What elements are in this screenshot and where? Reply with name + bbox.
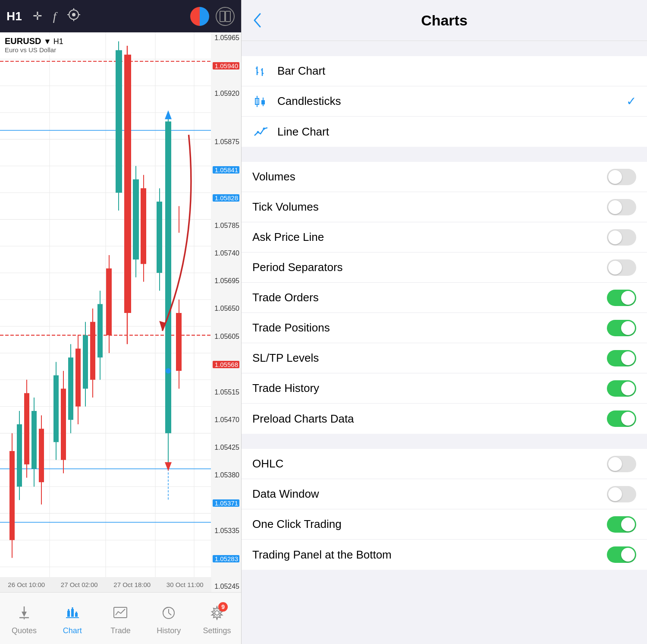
svg-rect-38	[9, 451, 15, 540]
nav-chart[interactable]: Chart	[48, 601, 97, 635]
svg-rect-7	[226, 11, 230, 22]
crosshair-tool[interactable]: ✛	[33, 9, 42, 23]
sep-3	[242, 434, 647, 449]
price-buylimit0: 1.05283	[213, 555, 239, 562]
toggle-tick-volumes[interactable]: Tick Volumes	[242, 192, 647, 222]
right-panel-header: Charts	[242, 0, 647, 41]
toggle-ask-price-line[interactable]: Ask Price Line	[242, 222, 647, 253]
time-label-3: 27 Oct 18:00	[113, 581, 151, 588]
price-1.05245: 1.05245	[213, 583, 239, 590]
svg-rect-50	[61, 388, 66, 460]
toggle-trading-panel[interactable]: Trading Panel at the Bottom	[242, 540, 647, 570]
charts-settings-panel: Charts Bar Chart	[242, 0, 647, 644]
sl-tp-toggle[interactable]	[607, 350, 636, 366]
svg-rect-68	[141, 188, 146, 264]
one-click-toggle[interactable]	[607, 516, 636, 533]
data-window-label: Data Window	[252, 487, 607, 501]
sep-1	[242, 41, 647, 56]
ask-price-label: Ask Price Line	[252, 230, 607, 244]
toggle-data-window[interactable]: Data Window	[242, 479, 647, 509]
tick-volumes-toggle[interactable]	[607, 199, 636, 215]
toggle-trade-history[interactable]: Trade History	[242, 373, 647, 404]
market-watch-icon[interactable]	[190, 7, 209, 26]
bar-chart-label: Bar Chart	[277, 64, 636, 78]
chart-types-group: Bar Chart Candlesticks ✓	[242, 56, 647, 147]
back-button[interactable]	[252, 12, 262, 28]
chart-type-bar[interactable]: Bar Chart	[242, 56, 647, 86]
trade-history-toggle[interactable]	[607, 380, 636, 397]
trade-label: Trade	[110, 626, 130, 635]
trade-orders-toggle[interactable]	[607, 290, 636, 306]
preload-toggle[interactable]	[607, 410, 636, 427]
ohlc-toggle[interactable]	[607, 456, 636, 472]
instrument-pair: EURUSD ▼ H1	[5, 36, 63, 46]
volumes-toggle[interactable]	[607, 169, 636, 185]
svg-rect-48	[53, 376, 59, 442]
toggle-sl-tp[interactable]: SL/TP Levels	[242, 343, 647, 373]
toggle-period-separators[interactable]: Period Separators	[242, 253, 647, 283]
preload-label: Preload Charts Data	[252, 412, 607, 426]
bottom-nav: Quotes Chart	[0, 592, 241, 644]
chart-header: H1 ✛ f	[0, 0, 241, 32]
price-1.05380: 1.05380	[213, 472, 239, 479]
svg-rect-73	[165, 121, 171, 433]
instrument-info: EURUSD ▼ H1 Euro vs US Dollar	[2, 35, 66, 55]
price-1.05650: 1.05650	[213, 305, 239, 312]
toggle-volumes[interactable]: Volumes	[242, 162, 647, 192]
svg-line-97	[169, 613, 171, 615]
trade-history-label: Trade History	[252, 382, 607, 395]
svg-rect-52	[68, 357, 73, 420]
object-tool[interactable]	[67, 8, 80, 24]
svg-point-98	[215, 611, 219, 615]
svg-rect-62	[116, 50, 122, 193]
toggle-one-click-trading[interactable]: One Click Trading	[242, 509, 647, 540]
toggle-trade-positions[interactable]: Trade Positions	[242, 313, 647, 343]
trade-positions-toggle[interactable]	[607, 320, 636, 336]
svg-point-78	[166, 368, 171, 373]
price-1.05740: 1.05740	[213, 250, 239, 257]
chart-canvas	[0, 32, 211, 592]
split-screen-icon[interactable]	[216, 7, 235, 26]
data-window-toggle[interactable]	[607, 486, 636, 502]
trading-panel-toggle[interactable]	[607, 546, 636, 563]
chart-type-line[interactable]: Line Chart	[242, 117, 647, 147]
nav-settings[interactable]: 9 Settings	[193, 601, 241, 635]
line-chart-label: Line Chart	[277, 125, 636, 139]
nav-history[interactable]: History	[144, 601, 193, 635]
timeframe-label[interactable]: H1	[6, 9, 22, 23]
ask-price-toggle[interactable]	[607, 229, 636, 246]
svg-rect-90	[71, 609, 74, 617]
toggle-ohlc[interactable]: OHLC	[242, 449, 647, 479]
svg-rect-80	[106, 268, 112, 335]
chart-area[interactable]	[0, 32, 211, 592]
toggle-trade-orders[interactable]: Trade Orders	[242, 283, 647, 313]
price-1.05335: 1.05335	[213, 527, 239, 534]
candlesticks-checkmark: ✓	[626, 94, 636, 108]
toggle-preload[interactable]: Preload Charts Data	[242, 404, 647, 434]
settings-badge: 9	[218, 602, 228, 612]
chart-type-candlesticks[interactable]: Candlesticks ✓	[242, 86, 647, 117]
settings-label: Settings	[203, 626, 231, 635]
price-1.05785: 1.05785	[213, 222, 239, 229]
price-bid: 1.05828	[213, 194, 239, 202]
price-1.05875: 1.05875	[213, 139, 239, 145]
price-tp: 1.05940	[213, 62, 239, 69]
svg-rect-46	[39, 429, 44, 482]
nav-trade[interactable]: Trade	[97, 601, 145, 635]
svg-rect-108	[261, 100, 265, 104]
price-buy10: 1.05841	[213, 166, 239, 174]
svg-rect-40	[17, 424, 22, 486]
price-1.05470: 1.05470	[213, 417, 239, 423]
period-sep-toggle[interactable]	[607, 259, 636, 276]
history-label: History	[157, 626, 181, 635]
price-buylimit10: 1.05371	[213, 499, 239, 507]
fibonacci-tool[interactable]: f	[53, 9, 57, 23]
bar-chart-icon	[252, 64, 270, 79]
price-1.05965: 1.05965	[213, 35, 239, 41]
time-label-1: 26 Oct 10:00	[8, 581, 45, 588]
nav-quotes[interactable]: Quotes	[0, 601, 48, 635]
time-label-4: 30 Oct 11:00	[166, 581, 204, 588]
volumes-label: Volumes	[252, 170, 607, 183]
svg-rect-88	[67, 611, 70, 617]
history-icon	[161, 606, 176, 624]
